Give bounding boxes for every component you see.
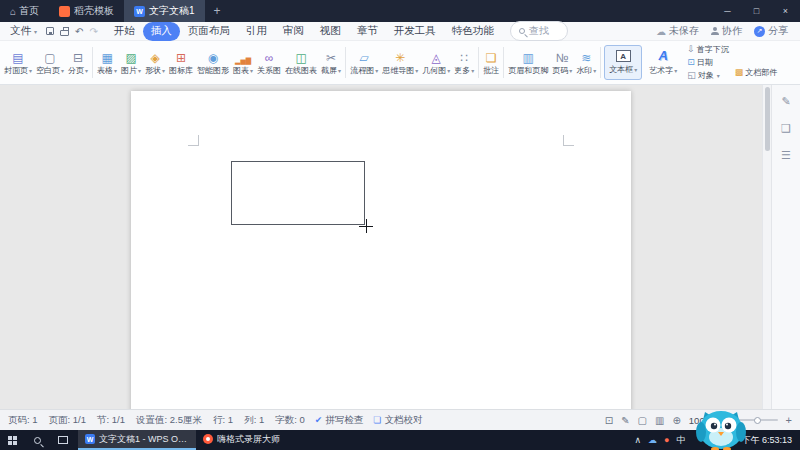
ribbon-icon: ▱ (360, 49, 369, 64)
document-canvas[interactable] (0, 85, 762, 409)
search-box[interactable]: 查找 (510, 21, 568, 41)
status-item[interactable]: 节: 1/1 (97, 414, 125, 427)
ribbon-button[interactable]: ∞关系图 (255, 42, 283, 83)
ribbon-button[interactable]: ◉智能图形 (195, 42, 231, 83)
proofread-toggle[interactable]: ❏ 文档校对 (373, 414, 422, 427)
reading-view-icon[interactable]: ▥ (655, 415, 664, 426)
ribbon-icon: ◬ (432, 49, 441, 64)
ribbon-button-label: 水印▾ (576, 65, 596, 76)
menu-tab[interactable]: 开发工具 (386, 22, 444, 41)
status-item[interactable]: 行: 1 (213, 414, 233, 427)
ribbon-button[interactable]: ▦表格▾ (95, 42, 119, 83)
ribbon-button[interactable]: ❏批注 (481, 42, 501, 83)
ribbon-button[interactable]: ⊡日期 (687, 57, 729, 68)
status-item[interactable]: 字数: 0 (275, 414, 305, 427)
scrollbar-thumb[interactable] (765, 87, 770, 151)
ribbon-button[interactable]: ▂▅▇图表▾ (231, 42, 255, 83)
ribbon-button[interactable]: ⇩首字下沉 (687, 44, 729, 55)
document-page[interactable] (131, 91, 631, 409)
redo-icon[interactable]: ↷ (89, 26, 97, 37)
print-icon[interactable] (60, 30, 69, 36)
save-icon[interactable] (46, 27, 54, 35)
ribbon-button[interactable]: ◱对象▾ (687, 70, 729, 81)
ribbon-docparts-button[interactable]: ▩ 文档部件 (735, 67, 778, 78)
menu-tab[interactable]: 引用 (238, 22, 275, 41)
ribbon-icon: ⊟ (73, 49, 83, 64)
ribbon-groups: ▤封面页▾▢空白页▾⊟分页▾▦表格▾▨图片▾◈形状▾⊞图标库◉智能图形▂▅▇图表… (2, 42, 598, 83)
ribbon-button-label: 页眉和页脚 (508, 65, 548, 76)
ribbon-button[interactable]: ◬几何图▾ (420, 42, 452, 83)
tab-document-1[interactable]: W 文字文稿1 (124, 0, 205, 22)
menu-tab[interactable]: 插入 (143, 22, 180, 41)
menu-tab[interactable]: 开始 (106, 22, 143, 41)
status-item[interactable]: 列: 1 (244, 414, 264, 427)
taskbar-window-title: 文字文稿1 - WPS Off... (99, 433, 189, 446)
ribbon-button[interactable]: ∷更多▾ (452, 42, 476, 83)
zoom-in-button[interactable]: + (786, 415, 792, 425)
ribbon-button[interactable]: ▱流程图▾ (348, 42, 380, 83)
close-button[interactable]: × (771, 0, 800, 22)
chevron-down-icon: ▾ (415, 67, 418, 74)
pen-icon[interactable]: ✎ (781, 95, 790, 108)
menu-tab[interactable]: 视图 (312, 22, 349, 41)
zoom-slider-thumb[interactable] (754, 417, 761, 424)
ribbon-icon: ⊡ (687, 58, 695, 67)
ribbon-button[interactable]: ◈形状▾ (143, 42, 167, 83)
ribbon-button[interactable]: ⊟分页▾ (66, 42, 90, 83)
ribbon-button[interactable]: ✂截屏▾ (319, 42, 343, 83)
chevron-down-icon: ▾ (593, 67, 596, 74)
task-view-button[interactable] (50, 430, 75, 450)
menu-tabs: 开始插入页面布局引用审阅视图章节开发工具特色功能 (106, 22, 502, 41)
menu-tab[interactable]: 章节 (349, 22, 386, 41)
textbox-draft-rectangle[interactable] (231, 161, 365, 225)
minimize-button[interactable]: ─ (713, 0, 742, 22)
taskbar-window-button[interactable]: 嗨格式录屏大师 (196, 430, 287, 450)
screen-recorder-tray-icon[interactable]: ● (664, 435, 669, 445)
spellcheck-toggle[interactable]: ✔ 拼写检查 (315, 414, 364, 427)
ribbon-button[interactable]: ▢空白页▾ (34, 42, 66, 83)
tab-docer-template[interactable]: 稻壳模板 (49, 0, 124, 22)
ribbon-button[interactable]: ▤封面页▾ (2, 42, 34, 83)
save-status[interactable]: ☁ 未保存 (656, 24, 699, 38)
taskbar-search-button[interactable] (25, 430, 50, 450)
share-button[interactable]: ↗ 分享 (754, 24, 788, 38)
panel-icon[interactable]: ❑ (781, 122, 791, 135)
cooperate-button[interactable]: 协作 (711, 24, 742, 38)
ribbon-docparts-group: ▩ 文档部件 (735, 42, 778, 83)
status-item[interactable]: 页面: 1/1 (49, 414, 87, 427)
undo-icon[interactable]: ↶ (75, 26, 83, 37)
ribbon-button[interactable]: ◫在线图表 (283, 42, 319, 83)
ribbon-button[interactable]: ✳思维导图▾ (380, 42, 420, 83)
taskbar-clock[interactable]: 下午 6:53:13 (741, 434, 800, 447)
taskbar-window-button[interactable]: W文字文稿1 - WPS Off... (78, 430, 196, 450)
ribbon-button[interactable]: ▨图片▾ (119, 42, 143, 83)
fullscreen-icon[interactable]: ⊡ (605, 415, 613, 426)
vertical-scrollbar[interactable] (762, 85, 771, 409)
cloud-sync-tray-icon[interactable]: ☁ (648, 435, 657, 445)
ribbon-button[interactable]: ⊞图标库 (167, 42, 195, 83)
list-icon[interactable]: ☰ (781, 149, 791, 162)
ime-language-icon[interactable]: 中 (676, 434, 685, 447)
status-item[interactable]: 设置值: 2.5厘米 (136, 414, 202, 427)
menu-tab[interactable]: 页面布局 (180, 22, 238, 41)
menu-tab[interactable]: 审阅 (275, 22, 312, 41)
ribbon-icon: ≋ (581, 49, 591, 64)
file-menu-button[interactable]: 文件 ▾ (0, 24, 43, 38)
ribbon-button[interactable]: ▥页眉和页脚 (506, 42, 550, 83)
hidden-icons-chevron-icon[interactable]: ∧ (634, 435, 641, 445)
ribbon-button[interactable]: №页码▾ (550, 42, 574, 83)
start-button[interactable] (0, 430, 25, 450)
home-tab[interactable]: ⌂ 首页 (0, 0, 49, 22)
menu-tab[interactable]: 特色功能 (444, 22, 502, 41)
ribbon-textbox-button[interactable]: A 文本框 ▾ (604, 45, 642, 80)
new-tab-button[interactable]: + (205, 4, 230, 18)
status-item[interactable]: 页码: 1 (8, 414, 38, 427)
page-view-icon[interactable]: ▢ (638, 415, 647, 426)
web-view-icon[interactable]: ⊕ (672, 415, 680, 426)
ribbon-wordart-button[interactable]: A 艺术字 ▾ (644, 45, 682, 80)
ribbon-button[interactable]: ≋水印▾ (574, 42, 598, 83)
ribbon-button-label: 思维导图▾ (382, 65, 418, 76)
docer-icon (59, 6, 70, 17)
maximize-button[interactable]: □ (742, 0, 771, 22)
ink-mode-icon[interactable]: ✎ (621, 415, 629, 426)
